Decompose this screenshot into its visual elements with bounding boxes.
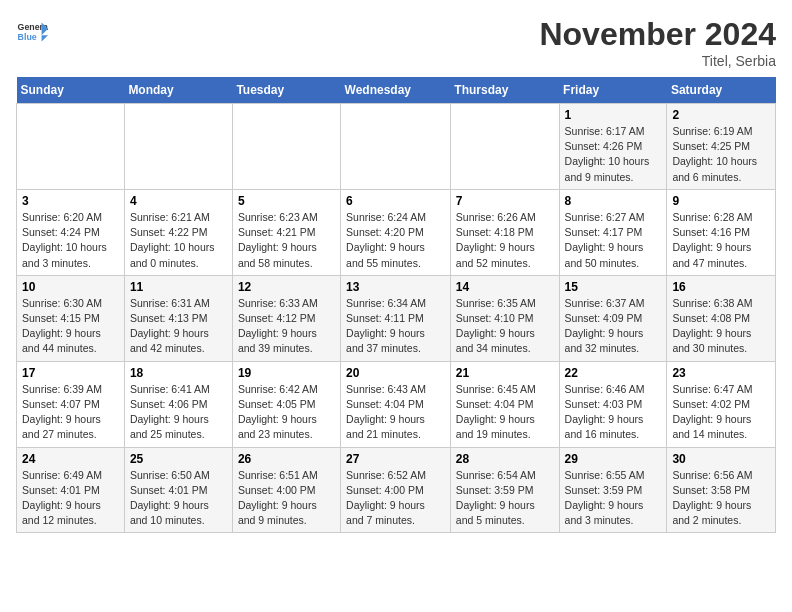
calendar-cell [232,104,340,190]
calendar-cell: 5Sunrise: 6:23 AMSunset: 4:21 PMDaylight… [232,189,340,275]
calendar-cell: 25Sunrise: 6:50 AMSunset: 4:01 PMDayligh… [124,447,232,533]
calendar-cell: 10Sunrise: 6:30 AMSunset: 4:15 PMDayligh… [17,275,125,361]
calendar-cell: 15Sunrise: 6:37 AMSunset: 4:09 PMDayligh… [559,275,667,361]
day-info: Sunrise: 6:24 AMSunset: 4:20 PMDaylight:… [346,210,445,271]
week-row: 24Sunrise: 6:49 AMSunset: 4:01 PMDayligh… [17,447,776,533]
header-cell-saturday: Saturday [667,77,776,104]
day-number: 16 [672,280,770,294]
day-number: 29 [565,452,662,466]
calendar-cell: 16Sunrise: 6:38 AMSunset: 4:08 PMDayligh… [667,275,776,361]
day-number: 25 [130,452,227,466]
week-row: 3Sunrise: 6:20 AMSunset: 4:24 PMDaylight… [17,189,776,275]
calendar-cell: 12Sunrise: 6:33 AMSunset: 4:12 PMDayligh… [232,275,340,361]
day-info: Sunrise: 6:56 AMSunset: 3:58 PMDaylight:… [672,468,770,529]
calendar-table: SundayMondayTuesdayWednesdayThursdayFrid… [16,77,776,533]
day-info: Sunrise: 6:30 AMSunset: 4:15 PMDaylight:… [22,296,119,357]
day-info: Sunrise: 6:37 AMSunset: 4:09 PMDaylight:… [565,296,662,357]
day-info: Sunrise: 6:55 AMSunset: 3:59 PMDaylight:… [565,468,662,529]
day-number: 6 [346,194,445,208]
calendar-cell [341,104,451,190]
day-number: 13 [346,280,445,294]
day-info: Sunrise: 6:23 AMSunset: 4:21 PMDaylight:… [238,210,335,271]
calendar-cell: 4Sunrise: 6:21 AMSunset: 4:22 PMDaylight… [124,189,232,275]
day-info: Sunrise: 6:17 AMSunset: 4:26 PMDaylight:… [565,124,662,185]
day-number: 23 [672,366,770,380]
day-info: Sunrise: 6:51 AMSunset: 4:00 PMDaylight:… [238,468,335,529]
day-number: 19 [238,366,335,380]
calendar-cell: 27Sunrise: 6:52 AMSunset: 4:00 PMDayligh… [341,447,451,533]
day-number: 30 [672,452,770,466]
day-number: 1 [565,108,662,122]
day-info: Sunrise: 6:33 AMSunset: 4:12 PMDaylight:… [238,296,335,357]
calendar-cell [450,104,559,190]
logo: General Blue [16,16,48,48]
day-number: 8 [565,194,662,208]
day-info: Sunrise: 6:46 AMSunset: 4:03 PMDaylight:… [565,382,662,443]
title-area: November 2024 Titel, Serbia [539,16,776,69]
day-info: Sunrise: 6:21 AMSunset: 4:22 PMDaylight:… [130,210,227,271]
calendar-cell: 26Sunrise: 6:51 AMSunset: 4:00 PMDayligh… [232,447,340,533]
calendar-cell: 17Sunrise: 6:39 AMSunset: 4:07 PMDayligh… [17,361,125,447]
calendar-cell: 1Sunrise: 6:17 AMSunset: 4:26 PMDaylight… [559,104,667,190]
week-row: 10Sunrise: 6:30 AMSunset: 4:15 PMDayligh… [17,275,776,361]
location: Titel, Serbia [539,53,776,69]
day-info: Sunrise: 6:35 AMSunset: 4:10 PMDaylight:… [456,296,554,357]
calendar-cell [124,104,232,190]
calendar-cell: 20Sunrise: 6:43 AMSunset: 4:04 PMDayligh… [341,361,451,447]
calendar-cell: 29Sunrise: 6:55 AMSunset: 3:59 PMDayligh… [559,447,667,533]
day-number: 28 [456,452,554,466]
day-number: 7 [456,194,554,208]
calendar-cell: 3Sunrise: 6:20 AMSunset: 4:24 PMDaylight… [17,189,125,275]
day-info: Sunrise: 6:52 AMSunset: 4:00 PMDaylight:… [346,468,445,529]
header-cell-sunday: Sunday [17,77,125,104]
day-info: Sunrise: 6:27 AMSunset: 4:17 PMDaylight:… [565,210,662,271]
day-info: Sunrise: 6:26 AMSunset: 4:18 PMDaylight:… [456,210,554,271]
day-info: Sunrise: 6:47 AMSunset: 4:02 PMDaylight:… [672,382,770,443]
calendar-cell [17,104,125,190]
header-cell-friday: Friday [559,77,667,104]
calendar-cell: 18Sunrise: 6:41 AMSunset: 4:06 PMDayligh… [124,361,232,447]
header-cell-wednesday: Wednesday [341,77,451,104]
header-row: SundayMondayTuesdayWednesdayThursdayFrid… [17,77,776,104]
day-info: Sunrise: 6:19 AMSunset: 4:25 PMDaylight:… [672,124,770,185]
day-number: 9 [672,194,770,208]
header-cell-monday: Monday [124,77,232,104]
day-number: 11 [130,280,227,294]
day-number: 27 [346,452,445,466]
calendar-header: SundayMondayTuesdayWednesdayThursdayFrid… [17,77,776,104]
day-info: Sunrise: 6:20 AMSunset: 4:24 PMDaylight:… [22,210,119,271]
day-number: 12 [238,280,335,294]
day-number: 26 [238,452,335,466]
day-number: 4 [130,194,227,208]
calendar-cell: 9Sunrise: 6:28 AMSunset: 4:16 PMDaylight… [667,189,776,275]
day-number: 10 [22,280,119,294]
calendar-cell: 21Sunrise: 6:45 AMSunset: 4:04 PMDayligh… [450,361,559,447]
calendar-cell: 19Sunrise: 6:42 AMSunset: 4:05 PMDayligh… [232,361,340,447]
week-row: 1Sunrise: 6:17 AMSunset: 4:26 PMDaylight… [17,104,776,190]
week-row: 17Sunrise: 6:39 AMSunset: 4:07 PMDayligh… [17,361,776,447]
calendar-cell: 14Sunrise: 6:35 AMSunset: 4:10 PMDayligh… [450,275,559,361]
day-info: Sunrise: 6:28 AMSunset: 4:16 PMDaylight:… [672,210,770,271]
day-info: Sunrise: 6:54 AMSunset: 3:59 PMDaylight:… [456,468,554,529]
calendar-cell: 2Sunrise: 6:19 AMSunset: 4:25 PMDaylight… [667,104,776,190]
calendar-cell: 6Sunrise: 6:24 AMSunset: 4:20 PMDaylight… [341,189,451,275]
day-info: Sunrise: 6:41 AMSunset: 4:06 PMDaylight:… [130,382,227,443]
day-info: Sunrise: 6:45 AMSunset: 4:04 PMDaylight:… [456,382,554,443]
day-info: Sunrise: 6:42 AMSunset: 4:05 PMDaylight:… [238,382,335,443]
day-info: Sunrise: 6:34 AMSunset: 4:11 PMDaylight:… [346,296,445,357]
logo-icon: General Blue [16,16,48,48]
day-number: 2 [672,108,770,122]
calendar-cell: 28Sunrise: 6:54 AMSunset: 3:59 PMDayligh… [450,447,559,533]
calendar-cell: 13Sunrise: 6:34 AMSunset: 4:11 PMDayligh… [341,275,451,361]
day-number: 17 [22,366,119,380]
header-cell-tuesday: Tuesday [232,77,340,104]
calendar-cell: 24Sunrise: 6:49 AMSunset: 4:01 PMDayligh… [17,447,125,533]
calendar-cell: 7Sunrise: 6:26 AMSunset: 4:18 PMDaylight… [450,189,559,275]
day-number: 20 [346,366,445,380]
svg-text:Blue: Blue [18,32,37,42]
day-number: 18 [130,366,227,380]
header-cell-thursday: Thursday [450,77,559,104]
calendar-cell: 23Sunrise: 6:47 AMSunset: 4:02 PMDayligh… [667,361,776,447]
calendar-cell: 30Sunrise: 6:56 AMSunset: 3:58 PMDayligh… [667,447,776,533]
header: General Blue November 2024 Titel, Serbia [16,16,776,69]
